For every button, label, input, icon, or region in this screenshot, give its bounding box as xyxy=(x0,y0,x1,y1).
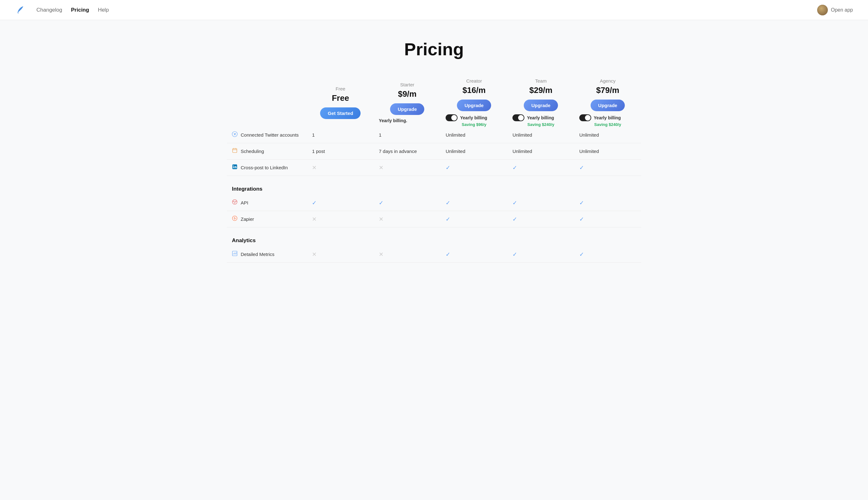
saving-text-creator: Saving $96/y xyxy=(446,122,502,127)
feature-name-cell: Scheduling xyxy=(227,143,307,160)
check-icon: ✓ xyxy=(446,216,450,223)
saving-text-team: Saving $240/y xyxy=(513,122,569,127)
feature-cell-plan-4: ✓ xyxy=(574,195,641,211)
feature-cell-plan-3: Unlimited xyxy=(507,143,574,160)
check-icon: ✓ xyxy=(446,251,450,258)
nav-help[interactable]: Help xyxy=(98,7,109,13)
nav-pricing[interactable]: Pricing xyxy=(71,7,89,13)
svg-line-12 xyxy=(234,202,234,203)
main-content: Pricing Free Free Get Started Starte xyxy=(214,20,654,288)
nav-links: Changelog Pricing Help xyxy=(36,7,109,13)
feature-cell-plan-2: Unlimited xyxy=(441,143,507,160)
yearly-row-agency: Yearly billing Saving $240/y xyxy=(579,114,636,127)
user-avatar xyxy=(817,5,828,15)
api-icon xyxy=(232,199,237,206)
feature-cell-plan-4: Unlimited xyxy=(574,143,641,160)
twitter-icon xyxy=(232,131,237,138)
yearly-text-agency: Yearly billing xyxy=(594,115,621,120)
feature-cell-plan-0: ✓ xyxy=(307,195,374,211)
navbar: Changelog Pricing Help Open app xyxy=(0,0,868,20)
nav-changelog[interactable]: Changelog xyxy=(36,7,62,13)
cta-button-team[interactable]: Upgrade xyxy=(524,100,558,111)
feature-name-cell: Zapier xyxy=(227,211,307,227)
plan-header-creator: Creator $16/m Upgrade Yearly billing Sav… xyxy=(441,78,507,127)
saving-text-agency: Saving $240/y xyxy=(579,122,636,127)
cross-icon: ✕ xyxy=(312,251,317,258)
check-icon: ✓ xyxy=(579,216,584,223)
feature-row: Cross-post to LinkedIn ✕✕✓✓✓ xyxy=(227,160,641,176)
feature-name: Cross-post to LinkedIn xyxy=(241,165,288,170)
feature-name: Detailed Metrics xyxy=(241,252,274,257)
check-icon: ✓ xyxy=(446,200,450,206)
feature-cell-plan-2: ✓ xyxy=(441,195,507,211)
yearly-text-starter: Yearly billing. xyxy=(379,118,407,123)
feature-cell-plan-4: ✓ xyxy=(574,246,641,263)
plan-header-team: Team $29/m Upgrade Yearly billing Saving… xyxy=(507,78,574,127)
svg-line-13 xyxy=(235,202,236,203)
yearly-toggle-agency[interactable] xyxy=(579,114,591,121)
feature-name-cell: Detailed Metrics xyxy=(227,246,307,263)
plan-name-creator: Creator xyxy=(446,78,502,83)
feature-value: Unlimited xyxy=(513,149,532,154)
svg-point-15 xyxy=(233,216,237,221)
feature-value: Unlimited xyxy=(579,149,599,154)
cross-icon: ✕ xyxy=(379,164,384,171)
yearly-label-starter: Yearly billing. xyxy=(379,118,436,123)
feature-cell-plan-1: ✕ xyxy=(374,211,441,227)
yearly-toggle-team[interactable] xyxy=(513,114,524,121)
feature-cell-plan-3: Unlimited xyxy=(507,127,574,143)
check-icon: ✓ xyxy=(579,164,584,171)
feature-value: 7 days in advance xyxy=(379,149,417,154)
svg-rect-1 xyxy=(233,149,237,152)
plan-name-starter: Starter xyxy=(379,82,436,87)
nav-left: Changelog Pricing Help xyxy=(15,5,109,15)
plan-name-agency: Agency xyxy=(579,78,636,83)
yearly-row-starter: Yearly billing. xyxy=(379,118,436,123)
open-app-label: Open app xyxy=(831,7,853,13)
cta-button-agency[interactable]: Upgrade xyxy=(590,100,625,111)
cross-icon: ✕ xyxy=(379,216,384,223)
cross-icon: ✕ xyxy=(379,251,384,258)
plan-name-free: Free xyxy=(312,86,369,91)
feature-cell-plan-0: 1 xyxy=(307,127,374,143)
yearly-text-creator: Yearly billing xyxy=(460,115,487,120)
feature-row: API ✓✓✓✓✓ xyxy=(227,195,641,211)
feature-cell-plan-4: ✓ xyxy=(574,160,641,176)
section-label: Analytics xyxy=(227,227,641,247)
page-title: Pricing xyxy=(227,39,641,59)
feature-cell-plan-1: 1 xyxy=(374,127,441,143)
feature-name: Connected Twitter accounts xyxy=(241,132,299,138)
plan-price-starter: $9/m xyxy=(379,89,436,99)
cta-button-free[interactable]: Get Started xyxy=(320,107,361,119)
plan-price-team: $29/m xyxy=(513,86,569,95)
feature-cell-plan-3: ✓ xyxy=(507,195,574,211)
yearly-label-team: Yearly billing xyxy=(513,114,569,121)
feature-cell-plan-0: ✕ xyxy=(307,246,374,263)
feature-cell-plan-4: Unlimited xyxy=(574,127,641,143)
feature-cell-plan-2: Unlimited xyxy=(441,127,507,143)
pricing-table: Free Free Get Started Starter $9/m Upgra… xyxy=(227,78,641,263)
logo-icon[interactable] xyxy=(15,5,25,15)
feature-value: Unlimited xyxy=(446,149,465,154)
yearly-toggle-creator[interactable] xyxy=(446,114,458,121)
check-icon: ✓ xyxy=(312,200,317,206)
plan-name-team: Team xyxy=(513,78,569,83)
feature-name: Zapier xyxy=(241,216,254,222)
feature-cell-plan-0: 1 post xyxy=(307,143,374,160)
feature-cell-plan-2: ✓ xyxy=(441,160,507,176)
section-header-row: Analytics xyxy=(227,227,641,247)
yearly-label-agency: Yearly billing xyxy=(579,114,636,121)
open-app-button[interactable]: Open app xyxy=(817,5,853,15)
feature-cell-plan-1: ✕ xyxy=(374,246,441,263)
svg-point-8 xyxy=(233,200,237,204)
feature-name: API xyxy=(241,200,248,205)
cta-button-starter[interactable]: Upgrade xyxy=(390,103,424,115)
feature-cell-plan-0: ✕ xyxy=(307,160,374,176)
cta-button-creator[interactable]: Upgrade xyxy=(457,100,491,111)
feature-row: Scheduling 1 post7 days in advanceUnlimi… xyxy=(227,143,641,160)
check-icon: ✓ xyxy=(579,251,584,258)
feature-cell-plan-2: ✓ xyxy=(441,211,507,227)
plan-headers-row: Free Free Get Started Starter $9/m Upgra… xyxy=(227,78,641,127)
plan-header-starter: Starter $9/m Upgrade Yearly billing. xyxy=(374,78,441,127)
feature-row: Detailed Metrics ✕✕✓✓✓ xyxy=(227,246,641,263)
